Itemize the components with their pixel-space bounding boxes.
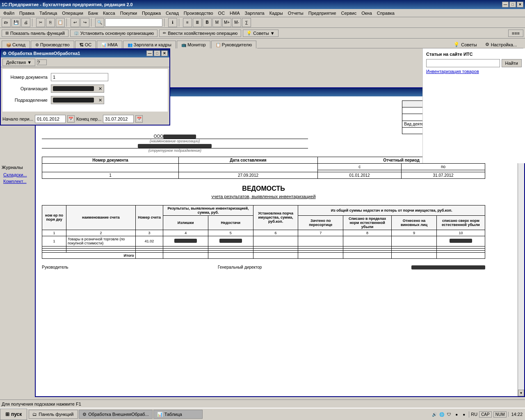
toolbar-calc[interactable]: ∑ [242, 18, 251, 27]
menu-salary[interactable]: Зарплата [242, 10, 267, 16]
taskbar-panel[interactable]: 🗂 Панель функций [29, 410, 78, 419]
maximize-button[interactable]: □ [509, 2, 516, 7]
toolbar-btn-2[interactable]: 💾 [11, 18, 21, 27]
menu-reports[interactable]: Отчеты [285, 10, 306, 16]
toolbar-info[interactable]: ℹ [168, 18, 177, 27]
menu-cash[interactable]: Касса [100, 10, 118, 16]
tab-warehouse[interactable]: 📦 Склад [2, 41, 30, 48]
system-indicators: RU CAP NUM [469, 411, 507, 418]
toolbar-search[interactable]: 🔍 [95, 18, 104, 27]
help-btn-inner[interactable]: ? [37, 59, 47, 65]
dept-row: Подразделение ✕ [7, 96, 164, 104]
menu-os[interactable]: ОС [216, 10, 228, 16]
org-subtitle-cell: (наименование организации) [42, 139, 308, 144]
org-clear-btn[interactable]: ✕ [98, 86, 102, 91]
period-end-input[interactable] [103, 115, 134, 123]
menu-edit[interactable]: Правка [17, 10, 37, 16]
cal-start-btn[interactable]: 📅 [67, 115, 75, 123]
tab-director[interactable]: 📋 Руководителю [211, 41, 256, 48]
tab-monitor[interactable]: 📺 Монитор [177, 41, 210, 48]
col-num-7: 7 [298, 230, 343, 236]
sidebar-item-set[interactable]: Комплект... [0, 178, 35, 185]
menu-bank[interactable]: Банк [86, 10, 100, 16]
org-label: Организация [7, 86, 48, 91]
toolbar-bold[interactable]: B [203, 18, 212, 27]
toolbar-btn-a[interactable]: ≡ [183, 18, 192, 27]
taskbar-table[interactable]: 📊 Таблица [153, 410, 203, 419]
scroll-down-btn[interactable]: ▼ [518, 390, 524, 396]
its-search-input[interactable] [426, 59, 500, 67]
enter-operation-btn[interactable]: ✏ Ввести хозяйственную операцию [159, 30, 241, 37]
search-input[interactable] [105, 20, 162, 25]
menu-service[interactable]: Сервис [339, 10, 359, 16]
cal-end-btn[interactable]: 📅 [135, 115, 143, 123]
status-text: Для получения подсказки нажмите F1 [2, 402, 81, 406]
minimize-button[interactable]: — [502, 2, 509, 7]
period-end-data: 31.07.2012 [402, 172, 485, 178]
tips-top-btn[interactable]: 💡 Советы [450, 41, 480, 48]
tab-salary[interactable]: 👥 Зарплата и кадры [123, 41, 176, 48]
its-link[interactable]: Инвентаризация товаров [426, 69, 522, 74]
taskbar-items: 🗂 Панель функций ⚙ Обработка ВнешняяОбра… [27, 410, 429, 419]
toolbar-mplus[interactable]: M+ [222, 18, 231, 27]
set-org-btn[interactable]: 🏢 Установить основную организацию [70, 30, 158, 37]
show-panel-btn[interactable]: ⊞ Показать панель функций [2, 30, 68, 37]
menu-nma[interactable]: НМА [227, 10, 242, 16]
period-start-data: 01.01.2012 [318, 172, 402, 178]
doc-num-input[interactable] [51, 73, 108, 81]
toolbar-copy[interactable]: ⎘ [46, 18, 55, 27]
menu-file[interactable]: Файл [1, 10, 17, 16]
inner-close-btn[interactable]: ✕ [161, 50, 168, 56]
close-button[interactable]: ✕ [517, 2, 523, 7]
more-btn[interactable]: ≡≡≡ [508, 30, 523, 37]
toolbar-undo[interactable]: ↩ [71, 18, 80, 27]
tab-os[interactable]: 🏗 ОС [75, 41, 96, 48]
sig-mid: Генеральный директор [218, 265, 262, 269]
actions-btn[interactable]: Действия ▼ [2, 59, 35, 66]
doc-num-label: Номер документа [7, 75, 48, 80]
toolbar-mminus[interactable]: M- [232, 18, 241, 27]
menu-warehouse[interactable]: Склад [163, 10, 181, 16]
menu-sale[interactable]: Продажа [139, 10, 163, 16]
inner-min-btn[interactable]: — [146, 50, 153, 56]
sidebar-item-warehouse[interactable]: Складски... [0, 171, 35, 178]
dept-subtitle-cell: (структурное подразделение) [42, 148, 308, 153]
menu-table[interactable]: Таблица [37, 10, 59, 16]
its-search-button[interactable]: Найти [502, 59, 522, 67]
right-panel: Статьи на сайте ИТС Найти Инвентаризация… [422, 48, 525, 163]
settings-btn[interactable]: ⚙ Настройка... [482, 41, 520, 48]
dept-input[interactable]: ✕ [51, 96, 104, 104]
th-num: ном ер по поря дку [42, 205, 66, 230]
menu-hr[interactable]: Кадры [267, 10, 285, 16]
toolbar-btn-b[interactable]: ≣ [193, 18, 202, 27]
toolbar-btn-1[interactable]: 🗁 [2, 18, 11, 27]
toolbar-cut[interactable]: ✂ [36, 18, 45, 27]
menu-production[interactable]: Производство [181, 10, 216, 16]
lang-indicator: RU [471, 412, 477, 417]
toolbar-paste[interactable]: 📋 [56, 18, 65, 27]
menu-operations[interactable]: Операции [59, 10, 85, 16]
col-num-5: 5 [208, 230, 253, 236]
period-start-input[interactable] [35, 115, 66, 123]
tab-production[interactable]: ⚙ Производство [31, 41, 74, 48]
th-name: наименование счета [66, 205, 136, 230]
th-excess: списано сверх норм естественной убыли [436, 215, 485, 230]
tab-nma[interactable]: 📊 НМА [97, 41, 122, 48]
doc-num-cell [42, 163, 179, 172]
toolbar-redo[interactable]: ↪ [80, 18, 89, 27]
menu-enterprise[interactable]: Предприятие [306, 10, 339, 16]
start-button[interactable]: ⊞ пуск [0, 409, 27, 420]
toolbar-m[interactable]: M [212, 18, 221, 27]
doc-sub-title: учета результатов, выявленных инвентариз… [42, 194, 485, 199]
title-bar: 1С:Предприятие - Бухгалтерия предприятия… [0, 0, 525, 9]
menu-windows[interactable]: Окна [359, 10, 374, 16]
dept-clear-btn[interactable]: ✕ [98, 98, 102, 103]
tips-btn[interactable]: 💡 Советы ▼ [243, 30, 278, 37]
org-input[interactable]: ✕ [51, 84, 104, 93]
menu-help[interactable]: Справка [374, 10, 397, 16]
inner-window-obrabotka: ⚙ Обработка ВнешняяОбработка1 — □ ✕ Дейс… [0, 48, 170, 126]
menu-purchase[interactable]: Покупки [118, 10, 139, 16]
taskbar-obrabotka[interactable]: ⚙ Обработка ВнешняяОбраб... [79, 410, 152, 419]
toolbar-btn-3[interactable]: 🖨 [21, 18, 30, 27]
inner-max-btn[interactable]: □ [154, 50, 160, 56]
